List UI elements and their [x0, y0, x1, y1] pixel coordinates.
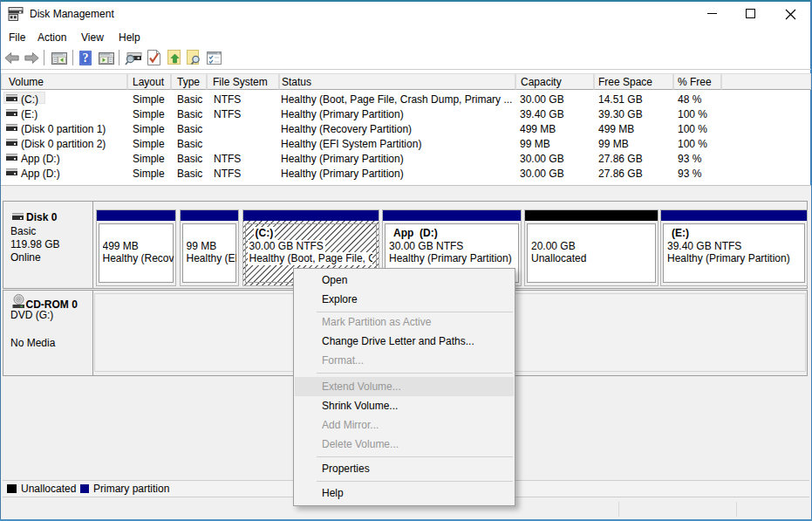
- svg-text:?: ?: [83, 51, 89, 65]
